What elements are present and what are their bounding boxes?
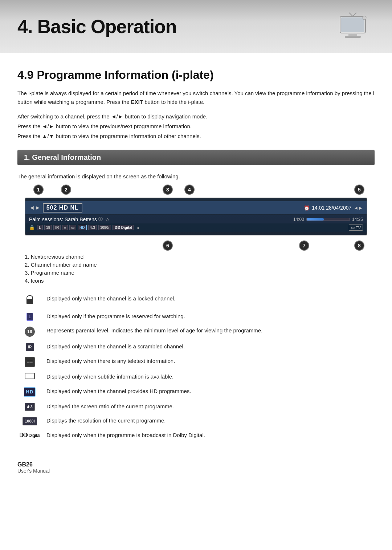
item-3: Programme name (17, 270, 375, 276)
icon-cell-subtitle (17, 370, 46, 385)
nav-line-3: Press the ▲/▼ button to view the program… (17, 131, 375, 141)
desc-43: Displayed the screen ratio of the curren… (46, 400, 375, 414)
43-badge: 4·3 (25, 403, 34, 411)
footer-manual: User's Manual (17, 468, 375, 474)
svg-line-6 (353, 13, 356, 16)
svg-rect-1 (341, 17, 364, 32)
icon-cell-teletext: ≡≡ (17, 354, 46, 370)
desc-teletext: Displayed only when there is any teletex… (46, 354, 375, 370)
icon-row-lock: Displayed only when the channel is a loc… (17, 292, 375, 310)
icon-row-1080i: 1080i Displays the resolution of the cur… (17, 414, 375, 428)
icon-row-43: 4·3 Displayed the screen ratio of the cu… (17, 400, 375, 414)
intro-text-2: button while watching a programme. Press… (17, 99, 131, 105)
icon-row-IR: IR Displayed only when the channel is a … (17, 340, 375, 354)
callout-5: 5 (354, 185, 364, 195)
desc-L: Displayed only if the programme is reser… (46, 310, 375, 324)
section-49-title: 4.9 Programme Information (i-plate) (17, 68, 375, 82)
tv-badge-icon: ▭ (351, 225, 355, 230)
tv-icon (331, 10, 375, 43)
IR-icon: IR (53, 225, 61, 230)
subsection-bar: 1. General Information (17, 150, 375, 165)
DD-icon: 𝔻𝔻 Digital (113, 225, 134, 230)
intro-paragraph: The i-plate is always displayed for a ce… (17, 89, 375, 106)
icon-cell-DD: 𝔻𝔻 Digital (17, 428, 46, 442)
icon-row-18: 18 Represents parental level. Indicates … (17, 324, 375, 340)
general-info-text: The general information is displayed on … (17, 173, 375, 179)
time-display: 14:01 28/04/2007 (312, 205, 351, 211)
footer: GB26 User's Manual (0, 454, 392, 477)
prog-bar-outer (306, 218, 350, 221)
exit-bold: EXIT (131, 99, 143, 105)
lock-icon: 🔒 (29, 225, 35, 230)
svg-line-5 (349, 13, 353, 16)
numbered-items-list: Next/previous channel Channel number and… (17, 254, 375, 284)
desc-IR: Displayed only when the channel is a scr… (46, 340, 375, 354)
dot-indicator: ● (137, 226, 139, 230)
tv-badge: ▭ TV (349, 225, 363, 231)
icon-row-DD: 𝔻𝔻 Digital Displayed only when the progr… (17, 428, 375, 442)
scroll-arrows-icon: ◄► (354, 205, 363, 211)
channel-name: HD NL (59, 205, 79, 211)
svg-rect-2 (348, 34, 357, 36)
1080i-icon: 1080i (98, 225, 111, 230)
desc-1080i: Displays the resolution of the current p… (46, 414, 375, 428)
iplate-row3: 🔒 L 18 IR ≡ ▭ HD 4:3 1080i 𝔻𝔻 Digital ● … (25, 223, 367, 232)
callout-3: 3 (163, 185, 173, 195)
icons-table: Displayed only when the channel is a loc… (17, 292, 375, 442)
nav-line-2: Press the ◄/► button to view the previou… (17, 121, 375, 131)
item-1: Next/previous channel (17, 254, 375, 260)
channel-number: 502 (46, 205, 57, 211)
prog-time-start: 14:00 (293, 217, 304, 222)
nav-line-1: After switching to a channel, press the … (17, 112, 375, 121)
iplate-row2: Palm sessions: Sarah Bettens ⓘ ◇ 14:00 1… (25, 215, 367, 223)
IR-badge: IR (26, 343, 34, 351)
teletext-icon: ≡ (62, 225, 68, 230)
icon-row-HD: HD Displayed only when the channel provi… (17, 384, 375, 400)
intro-text-3: button to hide the i-plate. (143, 99, 204, 105)
item-2: Channel number and name (17, 262, 375, 268)
icon-row-L: L Displayed only if the programme is res… (17, 310, 375, 324)
item-4: Icons (17, 278, 375, 284)
tv-badge-label: TV (356, 226, 361, 230)
HD-icon: HD (78, 225, 86, 230)
teletext-badge: ≡≡ (25, 357, 35, 367)
L-icon: L (37, 225, 43, 230)
1080i-badge: 1080i (23, 417, 37, 425)
icon-cell-43: 4·3 (17, 400, 46, 414)
nav-dot: ◇ (106, 217, 109, 222)
L-badge: L (26, 313, 33, 321)
lock-symbol (26, 295, 34, 304)
HD-badge: HD (24, 387, 36, 397)
iplate-diagram: 1 2 3 4 5 ◄► 502 HD NL ⏰ 14:01 28/04/200… (25, 198, 367, 235)
header-banner: 4. Basic Operation (0, 0, 392, 53)
clock-icon: ⏰ (304, 205, 310, 211)
icon-cell-18: 18 (17, 324, 46, 340)
svg-point-4 (363, 16, 366, 20)
icon-row-teletext: ≡≡ Displayed only when there is any tele… (17, 354, 375, 370)
info-dot: ⓘ (98, 216, 103, 222)
DD-badge: 𝔻𝔻 Digital (19, 432, 40, 438)
progress-area: 14:00 14:25 (293, 217, 363, 222)
icon-cell-L: L (17, 310, 46, 324)
page-title: 4. Basic Operation (17, 16, 177, 37)
subtitle-icon: ▭ (69, 225, 76, 230)
icon-row-subtitle: Displayed only when subtitle information… (17, 370, 375, 385)
callout-6: 6 (163, 240, 173, 251)
desc-18: Represents parental level. Indicates the… (46, 324, 375, 340)
desc-lock: Displayed only when the channel is a loc… (46, 292, 375, 310)
screen-mockup: ◄► 502 HD NL ⏰ 14:01 28/04/2007 ◄► Palm … (25, 198, 367, 235)
callout-7: 7 (299, 240, 309, 251)
prog-name: Palm sessions: Sarah Bettens (29, 217, 97, 222)
footer-gb: GB26 (17, 461, 375, 468)
i-bold: i (373, 90, 375, 96)
time-area: ⏰ 14:01 28/04/2007 ◄► (304, 205, 363, 211)
desc-HD: Displayed only when the channel provides… (46, 384, 375, 400)
iplate-row1: ◄► 502 HD NL ⏰ 14:01 28/04/2007 ◄► (25, 201, 367, 214)
svg-rect-3 (345, 36, 361, 38)
desc-DD: Displayed only when the programme is bro… (46, 428, 375, 442)
desc-subtitle: Displayed only when subtitle information… (46, 370, 375, 385)
channel-box: 502 HD NL (43, 203, 82, 213)
prog-bar-inner (307, 218, 324, 221)
18-icon: 18 (44, 225, 52, 230)
18-badge: 18 (25, 327, 35, 337)
